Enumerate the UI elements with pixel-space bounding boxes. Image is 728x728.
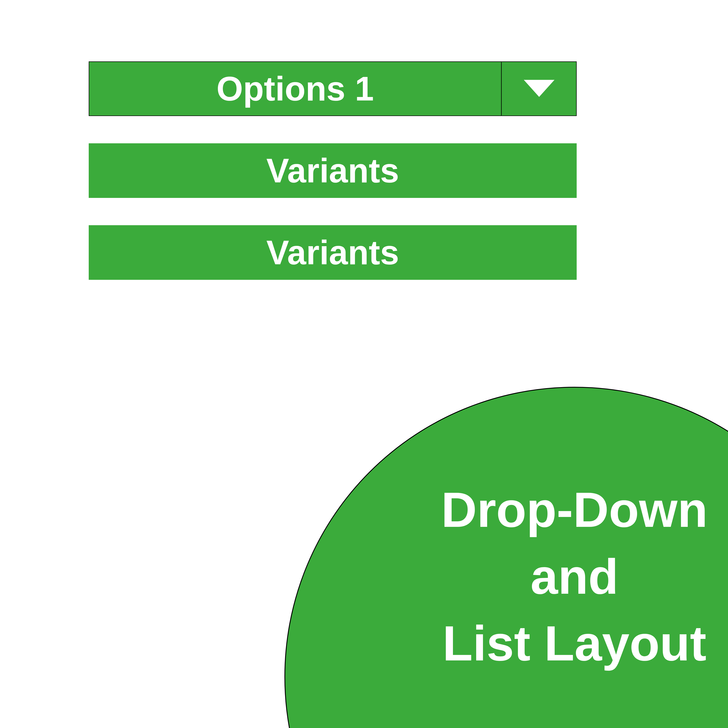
dropdown-select[interactable]: Options 1 (89, 61, 577, 116)
dropdown-selected[interactable]: Options 1 (89, 61, 502, 116)
dropdown-selected-label: Options 1 (217, 69, 374, 109)
list-item[interactable]: Variants (89, 225, 577, 280)
list-item-label: Variants (266, 233, 399, 272)
title-text: Drop-Down and List Layout (441, 476, 708, 677)
title-line-3: List Layout (441, 610, 708, 677)
list-item[interactable]: Variants (89, 143, 577, 198)
title-line-2: and (441, 543, 708, 610)
controls-group: Options 1 Variants Variants (89, 61, 577, 307)
chevron-down-icon (522, 77, 556, 100)
dropdown-toggle[interactable] (502, 61, 577, 116)
list-item-label: Variants (266, 151, 399, 190)
title-line-1: Drop-Down (441, 476, 708, 543)
title-badge: Drop-Down and List Layout (284, 387, 728, 728)
svg-marker-0 (524, 80, 555, 97)
